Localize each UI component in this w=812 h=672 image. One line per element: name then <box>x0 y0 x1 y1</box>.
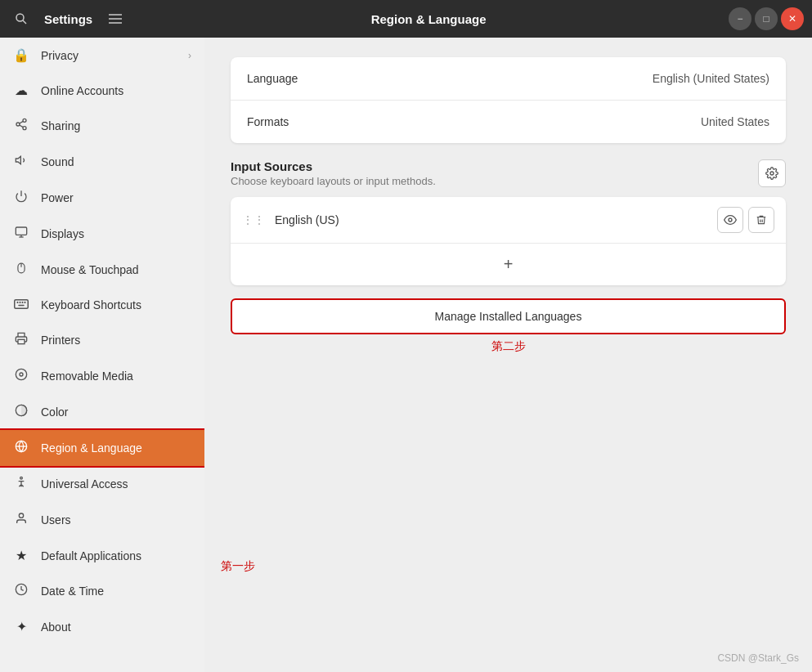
formats-label: Formats <box>247 115 701 128</box>
svg-line-9 <box>20 121 24 123</box>
sidebar-item-label: Online Accounts <box>41 84 123 97</box>
sidebar-item-sharing[interactable]: Sharing <box>0 108 204 144</box>
maximize-button[interactable]: □ <box>755 7 778 30</box>
input-sources-gear-button[interactable] <box>758 159 786 187</box>
input-sources-subtitle: Choose keyboard layouts or input methods… <box>231 175 436 187</box>
sidebar-item-label: Universal Access <box>41 477 128 491</box>
main-layout: 🔒 Privacy › ☁ Online Accounts Sharing <box>0 38 812 672</box>
formats-value: United States <box>701 115 769 128</box>
input-sources-header: Input Sources Choose keyboard layouts or… <box>231 159 786 187</box>
svg-rect-23 <box>18 339 25 343</box>
language-row[interactable]: Language English (United States) <box>231 57 786 101</box>
cloud-icon: ☁ <box>13 83 29 98</box>
sidebar-item-users[interactable]: Users <box>0 502 204 538</box>
svg-point-30 <box>19 513 23 517</box>
sidebar-item-color[interactable]: Color <box>0 394 204 430</box>
sidebar-item-displays[interactable]: Displays <box>0 216 204 252</box>
input-sources-title: Input Sources <box>231 159 436 173</box>
sidebar-item-about[interactable]: ✦ About <box>0 609 204 644</box>
annotation-step1: 第一步 <box>221 559 255 574</box>
sound-icon <box>13 154 29 170</box>
titlebar: Settings Region & Language − □ ✕ <box>0 0 812 38</box>
input-sources-card: ⋮⋮ English (US) + <box>231 197 786 285</box>
sidebar-item-sound[interactable]: Sound <box>0 144 204 180</box>
svg-marker-10 <box>16 156 20 164</box>
svg-line-1 <box>23 20 26 24</box>
globe-icon <box>13 440 29 456</box>
minimize-button[interactable]: − <box>729 7 751 30</box>
titlebar-left: Settings <box>8 6 128 32</box>
svg-point-25 <box>20 373 23 376</box>
sidebar-item-label: Displays <box>41 227 84 240</box>
sidebar-item-printers[interactable]: Printers <box>0 322 204 358</box>
watermark: CSDN @Stark_Gs <box>717 652 799 664</box>
content-area: Language English (United States) Formats… <box>204 38 812 672</box>
mouse-icon <box>13 262 29 278</box>
svg-line-8 <box>20 125 24 128</box>
sidebar-item-label: Printers <box>41 334 80 347</box>
lock-icon: 🔒 <box>13 47 29 63</box>
svg-rect-17 <box>15 300 29 309</box>
svg-point-29 <box>20 477 23 479</box>
svg-point-33 <box>729 218 732 222</box>
sidebar-item-removable-media[interactable]: Removable Media <box>0 358 204 394</box>
keyboard-icon <box>13 298 29 312</box>
language-label: Language <box>247 72 653 85</box>
add-input-source-row[interactable]: + <box>231 244 786 285</box>
window-controls: − □ ✕ <box>729 7 804 30</box>
sharing-icon <box>13 118 29 134</box>
sidebar-item-label: Color <box>41 405 68 419</box>
preview-input-source-button[interactable] <box>717 207 743 233</box>
accessibility-icon <box>13 476 29 492</box>
sidebar-item-mouse-touchpad[interactable]: Mouse & Touchpad <box>0 252 204 288</box>
search-button[interactable] <box>8 6 34 32</box>
svg-point-6 <box>16 123 20 126</box>
sidebar: 🔒 Privacy › ☁ Online Accounts Sharing <box>0 38 204 672</box>
svg-point-0 <box>16 14 24 21</box>
sidebar-item-privacy[interactable]: 🔒 Privacy › <box>0 38 204 73</box>
sidebar-item-region-language[interactable]: Region & Language <box>0 430 204 466</box>
sidebar-item-power[interactable]: Power <box>0 180 204 216</box>
sidebar-item-keyboard-shortcuts[interactable]: Keyboard Shortcuts <box>0 288 204 322</box>
formats-row[interactable]: Formats United States <box>231 101 786 143</box>
sidebar-item-label: Users <box>41 513 71 526</box>
input-sources-text: Input Sources Choose keyboard layouts or… <box>231 159 436 187</box>
color-icon <box>13 404 29 420</box>
sidebar-item-date-time[interactable]: Date & Time <box>0 573 204 609</box>
svg-rect-12 <box>16 227 26 235</box>
add-input-source-button[interactable]: + <box>504 255 514 274</box>
printer-icon <box>13 332 29 348</box>
power-icon <box>13 190 29 206</box>
sidebar-item-label: Sharing <box>41 119 80 132</box>
disc-icon <box>13 368 29 384</box>
sidebar-item-label: Keyboard Shortcuts <box>41 298 141 311</box>
hamburger-button[interactable] <box>102 6 128 32</box>
chevron-right-icon: › <box>188 50 191 61</box>
svg-point-32 <box>770 172 774 175</box>
sidebar-item-label: Default Applications <box>41 549 141 562</box>
svg-point-7 <box>23 127 26 130</box>
drag-handle-icon[interactable]: ⋮⋮ <box>242 213 265 226</box>
svg-point-5 <box>23 119 26 122</box>
user-icon <box>13 512 29 528</box>
annotation-step2: 第二步 <box>231 339 786 354</box>
input-source-row: ⋮⋮ English (US) <box>231 197 786 244</box>
sidebar-item-label: Privacy <box>41 49 79 62</box>
sidebar-item-universal-access[interactable]: Universal Access <box>0 466 204 502</box>
sidebar-item-default-applications[interactable]: ★ Default Applications <box>0 538 204 573</box>
info-icon: ✦ <box>13 619 29 634</box>
sidebar-item-label: Mouse & Touchpad <box>41 263 139 276</box>
input-source-actions <box>717 207 774 233</box>
manage-installed-languages-button[interactable]: Manage Installed Languages <box>231 298 786 334</box>
language-formats-card: Language English (United States) Formats… <box>231 57 786 143</box>
manage-button-container: Manage Installed Languages 第二步 <box>231 298 786 354</box>
window-title: Region & Language <box>128 12 729 26</box>
sidebar-item-label: Sound <box>41 155 74 168</box>
close-button[interactable]: ✕ <box>781 7 804 30</box>
clock-icon <box>13 583 29 599</box>
app-name: Settings <box>44 12 92 26</box>
star-icon: ★ <box>13 548 29 563</box>
delete-input-source-button[interactable] <box>748 207 774 233</box>
sidebar-item-online-accounts[interactable]: ☁ Online Accounts <box>0 73 204 108</box>
sidebar-item-label: Region & Language <box>41 441 142 455</box>
